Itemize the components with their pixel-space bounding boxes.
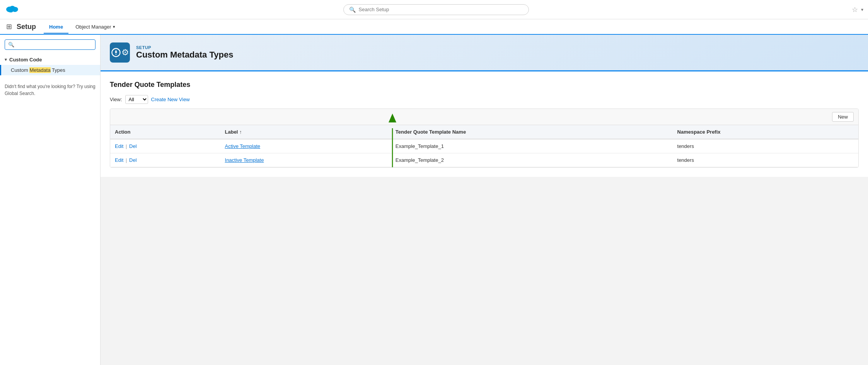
object-manager-chevron-icon: ▾ (113, 24, 115, 29)
page-header-icon: ⚙ (110, 42, 130, 63)
nav-chevron-icon[interactable]: ▾ (861, 7, 863, 12)
sidebar-search-container[interactable]: 🔍 metadata (5, 39, 95, 50)
main-layout: 🔍 metadata ▾ Custom Code Custom Metadata… (0, 35, 868, 365)
table-row: Edit | Del Active Template Example_Templ… (110, 139, 858, 153)
page-content: Tender Quote Templates View: All Create … (101, 71, 868, 177)
action-separator-1: | (126, 143, 128, 149)
label-link-1[interactable]: Active Template (225, 143, 261, 149)
label-link-2[interactable]: Inactive Template (225, 157, 264, 163)
row-template-name-2: Example_Template_2 (391, 153, 673, 167)
row-namespace-1: tenders (673, 139, 858, 153)
create-new-view-link[interactable]: Create New View (151, 97, 190, 102)
table-toolbar: New (110, 109, 858, 125)
page-header: ⚙ SETUP Custom Metadata Types (101, 35, 868, 71)
section-title: Tender Quote Templates (110, 81, 859, 89)
sidebar-search-icon: 🔍 (8, 42, 14, 48)
view-bar: View: All Create New View (110, 95, 859, 104)
search-bar-container[interactable]: 🔍 (343, 4, 529, 15)
page-title: Custom Metadata Types (136, 50, 233, 60)
grid-icon[interactable]: ⊞ (6, 22, 12, 31)
row-action-cell-2: Edit | Del (110, 153, 220, 167)
highlight-metadata: Metadata (29, 67, 50, 73)
content-area: ⚙ SETUP Custom Metadata Types Tender Quo… (101, 35, 868, 365)
sidebar-section-header-custom-code[interactable]: ▾ Custom Code (0, 54, 100, 65)
top-nav-bar: 🔍 ☆ ▾ (0, 0, 868, 19)
table-row: Edit | Del Inactive Template Example_Tem… (110, 153, 858, 167)
row-label-cell-2: Inactive Template (220, 153, 391, 167)
col-header-label: Label ↑ (220, 125, 391, 139)
col-header-action: Action (110, 125, 220, 139)
sidebar-search-input[interactable]: metadata (17, 42, 92, 48)
section-label-custom-code: Custom Code (9, 57, 42, 63)
data-table: Action Label ↑ Tender Quote Template Nam… (110, 125, 858, 167)
top-nav-right: ☆ ▾ (852, 5, 863, 14)
view-label: View: (110, 97, 122, 102)
svg-point-4 (10, 7, 15, 11)
del-link-2[interactable]: Del (129, 157, 137, 163)
table-wrapper: New Action Label ↑ (110, 109, 859, 168)
app-title: Setup (17, 23, 36, 31)
row-namespace-2: tenders (673, 153, 858, 167)
del-link-1[interactable]: Del (129, 143, 137, 149)
col-header-template-name: Tender Quote Template Name (391, 125, 673, 139)
tab-home[interactable]: Home (44, 21, 68, 34)
row-label-cell-1: Active Template (220, 139, 391, 153)
sidebar: 🔍 metadata ▾ Custom Code Custom Metadata… (0, 35, 101, 365)
tab-object-manager[interactable]: Object Manager ▾ (70, 21, 121, 34)
edit-link-2[interactable]: Edit (115, 157, 123, 163)
search-icon: 🔍 (349, 7, 356, 13)
section-chevron-icon: ▾ (5, 57, 7, 62)
view-select[interactable]: All (125, 95, 148, 104)
new-button[interactable]: New (832, 112, 854, 122)
star-icon[interactable]: ☆ (852, 5, 858, 14)
sidebar-section-custom-code: ▾ Custom Code Custom Metadata Types (0, 54, 100, 75)
action-separator-2: | (126, 157, 128, 163)
salesforce-logo (5, 1, 20, 18)
search-area: 🔍 (25, 4, 847, 15)
page-header-text: SETUP Custom Metadata Types (136, 45, 233, 60)
sidebar-note: Didn't find what you're looking for? Try… (0, 77, 100, 103)
second-nav-bar: ⊞ Setup Home Object Manager ▾ (0, 19, 868, 35)
sidebar-item-custom-metadata-types[interactable]: Custom Metadata Types (0, 65, 100, 75)
row-template-name-1: Example_Template_1 (391, 139, 673, 153)
row-action-cell: Edit | Del (110, 139, 220, 153)
edit-link-1[interactable]: Edit (115, 143, 123, 149)
table-header-row: Action Label ↑ Tender Quote Template Nam… (110, 125, 858, 139)
search-input[interactable] (359, 7, 523, 12)
sort-icon[interactable]: ↑ (239, 129, 242, 135)
col-header-namespace: Namespace Prefix (673, 125, 858, 139)
setup-label: SETUP (136, 45, 233, 50)
